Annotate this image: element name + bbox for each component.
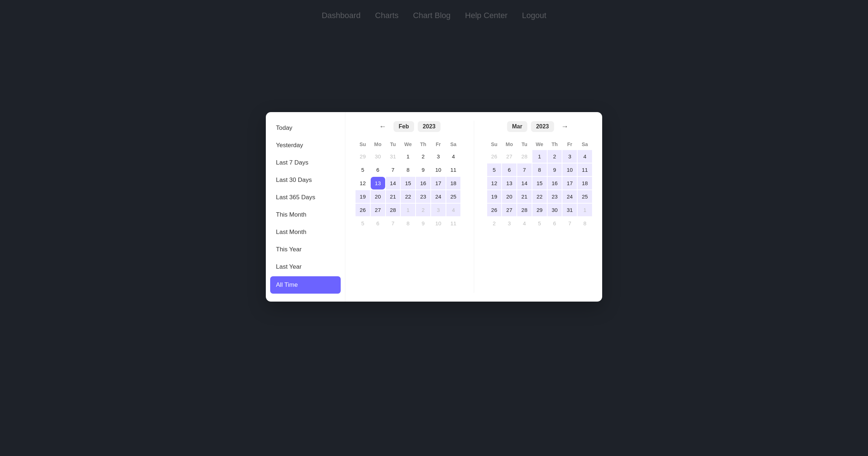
quick-option-today[interactable]: Today — [266, 119, 345, 137]
calendar-day[interactable]: 5 — [356, 217, 370, 230]
calendar-day[interactable]: 8 — [401, 163, 415, 176]
calendar-day[interactable]: 23 — [416, 190, 430, 203]
calendar-day[interactable]: 16 — [416, 177, 430, 189]
calendar-day[interactable]: 9 — [416, 217, 430, 230]
calendar-day[interactable]: 27 — [371, 204, 385, 216]
nav-item-charts[interactable]: Charts — [375, 11, 399, 20]
calendar-day[interactable]: 22 — [401, 190, 415, 203]
calendar-day[interactable]: 3 — [431, 204, 446, 216]
calendar-day[interactable]: 6 — [371, 217, 385, 230]
calendar-day[interactable]: 20 — [502, 190, 516, 203]
calendar-day[interactable]: 26 — [487, 150, 502, 163]
calendar-day[interactable]: 1 — [401, 150, 415, 163]
calendar-day[interactable]: 3 — [431, 150, 446, 163]
quick-option-last_month[interactable]: Last Month — [266, 223, 345, 241]
calendar-day[interactable]: 15 — [401, 177, 415, 189]
calendar-day[interactable]: 11 — [578, 163, 592, 176]
calendar-day[interactable]: 29 — [356, 150, 370, 163]
calendar-day[interactable]: 28 — [517, 150, 532, 163]
calendar-day[interactable]: 25 — [578, 190, 592, 203]
calendar-day[interactable]: 1 — [401, 204, 415, 216]
calendar-day[interactable]: 22 — [532, 190, 547, 203]
calendar-day[interactable]: 2 — [487, 217, 502, 230]
calendar-day[interactable]: 7 — [386, 217, 400, 230]
nav-item-logout[interactable]: Logout — [522, 11, 546, 20]
calendar-day[interactable]: 6 — [548, 217, 562, 230]
nav-item-help-center[interactable]: Help Center — [465, 11, 507, 20]
calendar-day[interactable]: 10 — [431, 163, 446, 176]
calendar-day[interactable]: 24 — [562, 190, 577, 203]
calendar-day[interactable]: 21 — [386, 190, 400, 203]
calendar-day[interactable]: 25 — [446, 190, 461, 203]
quick-option-this_month[interactable]: This Month — [266, 206, 345, 223]
calendar-day[interactable]: 14 — [517, 177, 532, 189]
calendar-day[interactable]: 17 — [562, 177, 577, 189]
calendar-day[interactable]: 12 — [487, 177, 502, 189]
quick-option-last365[interactable]: Last 365 Days — [266, 189, 345, 206]
right-month-pill[interactable]: Mar — [507, 121, 527, 132]
right-year-pill[interactable]: 2023 — [531, 121, 554, 132]
calendar-day[interactable]: 7 — [562, 217, 577, 230]
calendar-day[interactable]: 19 — [487, 190, 502, 203]
quick-option-last7[interactable]: Last 7 Days — [266, 154, 345, 171]
calendar-day[interactable]: 4 — [446, 204, 461, 216]
calendar-day[interactable]: 31 — [386, 150, 400, 163]
calendar-day[interactable]: 21 — [517, 190, 532, 203]
calendar-day[interactable]: 6 — [502, 163, 516, 176]
calendar-day[interactable]: 1 — [578, 204, 592, 216]
quick-option-last_year[interactable]: Last Year — [266, 258, 345, 276]
prev-month-button[interactable]: ← — [375, 121, 390, 132]
calendar-day[interactable]: 5 — [532, 217, 547, 230]
calendar-day[interactable]: 28 — [517, 204, 532, 216]
calendar-day[interactable]: 31 — [562, 204, 577, 216]
calendar-day[interactable]: 24 — [431, 190, 446, 203]
calendar-day[interactable]: 26 — [356, 204, 370, 216]
quick-option-all_time[interactable]: All Time — [270, 276, 341, 294]
calendar-day[interactable]: 8 — [578, 217, 592, 230]
calendar-day[interactable]: 30 — [371, 150, 385, 163]
calendar-day[interactable]: 26 — [487, 204, 502, 216]
nav-item-chart-blog[interactable]: Chart Blog — [413, 11, 451, 20]
calendar-day[interactable]: 11 — [446, 163, 461, 176]
calendar-day[interactable]: 2 — [416, 204, 430, 216]
calendar-day[interactable]: 10 — [562, 163, 577, 176]
calendar-day[interactable]: 9 — [416, 163, 430, 176]
calendar-day[interactable]: 4 — [446, 150, 461, 163]
next-month-button[interactable]: → — [558, 121, 572, 132]
calendar-day[interactable]: 19 — [356, 190, 370, 203]
calendar-day[interactable]: 4 — [578, 150, 592, 163]
calendar-day[interactable]: 5 — [356, 163, 370, 176]
calendar-day[interactable]: 10 — [431, 217, 446, 230]
left-month-pill[interactable]: Feb — [393, 121, 414, 132]
calendar-day[interactable]: 14 — [386, 177, 400, 189]
quick-option-this_year[interactable]: This Year — [266, 241, 345, 258]
calendar-day[interactable]: 16 — [548, 177, 562, 189]
calendar-day[interactable]: 3 — [562, 150, 577, 163]
calendar-day[interactable]: 13 — [502, 177, 516, 189]
calendar-day[interactable]: 8 — [532, 163, 547, 176]
calendar-day[interactable]: 11 — [446, 217, 461, 230]
left-year-pill[interactable]: 2023 — [418, 121, 441, 132]
calendar-day[interactable]: 20 — [371, 190, 385, 203]
nav-item-dashboard[interactable]: Dashboard — [322, 11, 361, 20]
calendar-day[interactable]: 18 — [446, 177, 461, 189]
calendar-day[interactable]: 2 — [548, 150, 562, 163]
calendar-day[interactable]: 7 — [386, 163, 400, 176]
calendar-day[interactable]: 1 — [532, 150, 547, 163]
calendar-day[interactable]: 6 — [371, 163, 385, 176]
quick-option-yesterday[interactable]: Yesterday — [266, 137, 345, 154]
calendar-day[interactable]: 8 — [401, 217, 415, 230]
calendar-day[interactable]: 7 — [517, 163, 532, 176]
calendar-day[interactable]: 9 — [548, 163, 562, 176]
calendar-day[interactable]: 28 — [386, 204, 400, 216]
calendar-day[interactable]: 3 — [502, 217, 516, 230]
calendar-day[interactable]: 18 — [578, 177, 592, 189]
calendar-day[interactable]: 4 — [517, 217, 532, 230]
calendar-day[interactable]: 17 — [431, 177, 446, 189]
calendar-day[interactable]: 2 — [416, 150, 430, 163]
calendar-day[interactable]: 13 — [371, 177, 385, 189]
calendar-day[interactable]: 5 — [487, 163, 502, 176]
calendar-day[interactable]: 29 — [532, 204, 547, 216]
calendar-day[interactable]: 23 — [548, 190, 562, 203]
calendar-day[interactable]: 15 — [532, 177, 547, 189]
